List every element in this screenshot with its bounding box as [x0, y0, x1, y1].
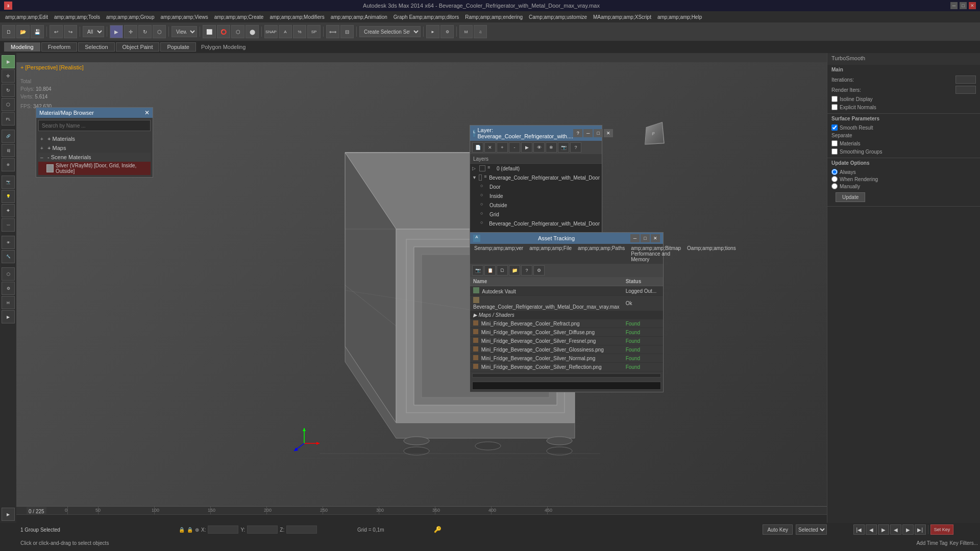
menu-views[interactable]: amp;amp;amp;Views	[157, 13, 211, 21]
menu-create[interactable]: amp;amp;amp;Create	[211, 13, 267, 21]
motion-panel[interactable]: ▶	[2, 310, 15, 323]
hierarchy-panel[interactable]: H	[2, 296, 15, 309]
layer-beverage-sub[interactable]: ○ Beverage_Cooler_Refrigerator_with_Meta…	[470, 219, 602, 228]
layer-delete-btn[interactable]: ✕	[484, 142, 496, 153]
render-btn[interactable]: ►	[426, 25, 439, 38]
mat-browser-close[interactable]: ✕	[144, 109, 150, 116]
prev-frame-btn[interactable]: ◀	[866, 524, 877, 535]
move-btn[interactable]: ✛	[124, 25, 137, 38]
utilities-btn[interactable]: 🔧	[2, 250, 15, 263]
auto-key-button[interactable]: Auto Key	[763, 524, 793, 535]
layer-outside[interactable]: ○ Outside	[470, 201, 602, 210]
z-coord-input[interactable]	[286, 525, 317, 534]
layer-inside[interactable]: ○ Inside	[470, 191, 602, 201]
move-tool[interactable]: ✛	[2, 69, 15, 83]
layer-beverage[interactable]: ▼ ≡ Beverage_Cooler_Refrigerator_with_Me…	[470, 173, 602, 182]
materials-section[interactable]: + + Materials	[38, 134, 151, 143]
close-button[interactable]: ✕	[969, 2, 976, 9]
expand-sidebar[interactable]: ▶	[2, 508, 15, 521]
restore-button[interactable]: □	[960, 2, 967, 9]
asset-dialog-close[interactable]: ✕	[651, 234, 660, 242]
view-cube[interactable]: P	[638, 118, 669, 149]
asset-tool-3[interactable]: 🗋	[497, 265, 508, 276]
tab-modeling[interactable]: Modeling	[4, 42, 40, 52]
maps-section[interactable]: + + Maps	[38, 143, 151, 153]
menu-edit[interactable]: amp;amp;amp;Edit	[2, 13, 51, 21]
add-time-tag[interactable]: Add Time Tag	[916, 540, 947, 546]
next-frame-btn[interactable]: ▶	[902, 524, 914, 535]
materials-checkbox[interactable]	[831, 140, 838, 146]
bind-tool[interactable]: ⊕	[2, 158, 15, 171]
menu-graph-editors[interactable]: Graph Eamp;amp;amp;ditors	[390, 13, 462, 21]
asset-menu-bitmap[interactable]: amp;amp;amp;Bitmap Performance and Memor…	[629, 245, 683, 263]
layer-remove-btn[interactable]: -	[509, 142, 520, 153]
poly-select-btn[interactable]: ⬡	[231, 25, 244, 38]
helper-tool[interactable]: ✚	[2, 204, 15, 217]
key-filters[interactable]: Key Filters...	[949, 540, 978, 546]
view-dropdown[interactable]: View	[172, 26, 197, 37]
mirror-btn[interactable]: ⟺	[326, 25, 339, 38]
menu-group[interactable]: amp;amp;amp;Group	[103, 13, 158, 21]
rotate-btn[interactable]: ↻	[138, 25, 152, 38]
asset-menu-paths[interactable]: amp;amp;amp;Paths	[576, 245, 627, 263]
when-rendering-radio[interactable]	[831, 176, 838, 182]
layer-dialog-help[interactable]: ?	[573, 129, 582, 137]
timeline-track[interactable]	[16, 514, 827, 523]
menu-maxscript[interactable]: MAamp;amp;amp;XScript	[590, 13, 654, 21]
light-tool[interactable]: 💡	[2, 190, 15, 203]
asset-menu-options[interactable]: Oamp;amp;amp;tions	[685, 245, 738, 263]
tab-object-paint[interactable]: Object Paint	[116, 42, 160, 52]
asset-dialog-minimize[interactable]: ─	[630, 234, 640, 242]
go-to-start-btn[interactable]: |◀	[853, 524, 865, 535]
asset-menu-file[interactable]: amp;amp;amp;File	[527, 245, 574, 263]
layer-default[interactable]: ▷ ≡ 0 (default)	[470, 164, 602, 173]
asset-menu-server[interactable]: Seramp;amp;amp;ver	[472, 245, 525, 263]
layer-visibility-box[interactable]	[479, 165, 485, 171]
select-tool[interactable]: ▶	[2, 55, 15, 68]
new-scene-btn[interactable]: 🗋	[2, 25, 15, 38]
menu-customize[interactable]: Camp;amp;amp;ustomize	[526, 13, 590, 21]
x-coord-input[interactable]	[208, 525, 238, 534]
display-panel-btn[interactable]: 👁	[2, 236, 15, 249]
circle-select-btn[interactable]: ⭕	[217, 25, 230, 38]
asset-path-input[interactable]	[472, 382, 661, 390]
layer-door[interactable]: ○ Door	[470, 182, 602, 191]
asset-tool-4[interactable]: 📁	[509, 265, 520, 276]
tab-selection[interactable]: Selection	[78, 42, 114, 52]
menu-tools[interactable]: amp;amp;amp;Tools	[51, 13, 103, 21]
go-to-end-btn[interactable]: ▶|	[915, 524, 926, 535]
open-btn[interactable]: 📂	[16, 25, 30, 38]
play-btn[interactable]: ▶	[878, 524, 889, 535]
asset-name-header[interactable]: Name	[470, 277, 623, 286]
modify-panel[interactable]: ⚙	[2, 282, 15, 295]
iterations-input[interactable]: 0	[955, 76, 976, 84]
asset-tool-1[interactable]: 📷	[472, 265, 483, 276]
timeline-ruler[interactable]: 0 / 225 0 50 100 150 200 250 300 350 400…	[16, 506, 827, 514]
create-selection-dropdown[interactable]: Create Selection Set	[359, 26, 421, 37]
box-select-btn[interactable]: ⬜	[203, 25, 216, 38]
camera-tool[interactable]: 📷	[2, 176, 15, 189]
layer-dialog-close[interactable]: ✕	[604, 129, 613, 137]
paint-select-btn[interactable]: ⬤	[246, 25, 259, 38]
menu-modifiers[interactable]: amp;amp;amp;Modifiers	[266, 13, 327, 21]
menu-animation[interactable]: amp;amp;amp;Animation	[328, 13, 390, 21]
scale-btn[interactable]: ⬡	[153, 25, 166, 38]
asset-tool-5[interactable]: ?	[521, 265, 532, 276]
redo-btn[interactable]: ↪	[64, 25, 77, 38]
tab-populate[interactable]: Populate	[160, 42, 195, 52]
play-reverse-btn[interactable]: ◀	[890, 524, 901, 535]
save-btn[interactable]: 💾	[31, 25, 44, 38]
explicit-normals-checkbox[interactable]	[831, 104, 838, 110]
layer-freeze-btn[interactable]: ❄	[546, 142, 557, 153]
undo-btn[interactable]: ↩	[50, 25, 63, 38]
selected-dropdown[interactable]: Selected	[796, 524, 827, 535]
layer-dropdown[interactable]: All	[83, 26, 104, 37]
curve-editor-btn[interactable]: ♫	[474, 25, 487, 38]
place-tool[interactable]: PL	[2, 112, 15, 126]
y-coord-input[interactable]	[247, 525, 278, 534]
render-iters-input[interactable]: 2	[955, 86, 976, 94]
link-tool[interactable]: 🔗	[2, 130, 15, 143]
menu-help[interactable]: amp;amp;amp;Help	[654, 13, 705, 21]
always-radio[interactable]	[831, 169, 838, 175]
asset-tool-2[interactable]: 📋	[484, 265, 496, 276]
